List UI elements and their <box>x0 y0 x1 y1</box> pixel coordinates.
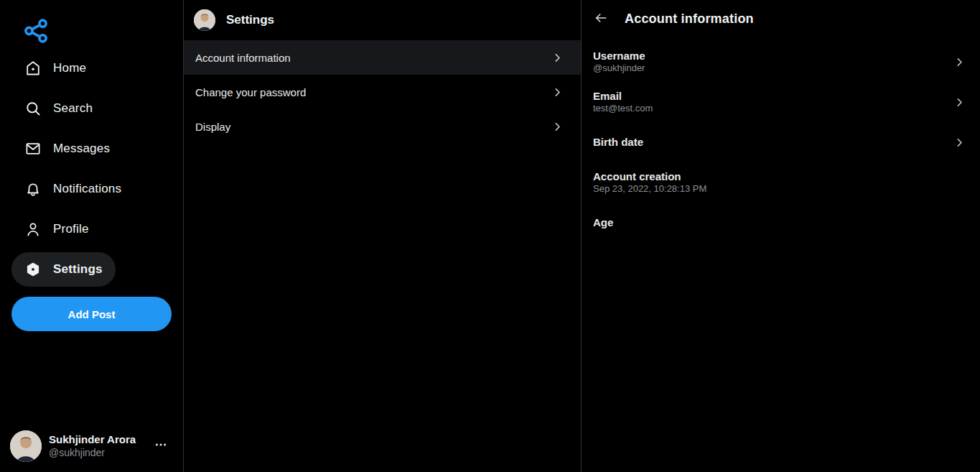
sidebar-item-messages[interactable]: Messages <box>11 131 123 166</box>
back-button[interactable] <box>593 11 609 27</box>
search-icon <box>24 100 42 117</box>
user-handle: @sukhjinder <box>49 447 136 460</box>
sidebar-item-notifications[interactable]: Notifications <box>11 172 134 206</box>
settings-header: Settings <box>184 0 581 40</box>
row-account-creation: Account creation Sep 23, 2022, 10:28:13 … <box>582 162 980 203</box>
row-label: Username <box>593 49 645 63</box>
settings-panel: Settings Account information Change your… <box>184 0 582 472</box>
row-label: Email <box>593 89 653 103</box>
sidebar-item-label: Search <box>53 101 93 116</box>
chevron-right-icon <box>551 121 564 133</box>
chevron-right-icon <box>551 52 564 64</box>
share-icon <box>22 17 183 45</box>
detail-rows: Username @sukhjinder Email test@test.com… <box>582 37 980 243</box>
page-title: Settings <box>226 13 274 27</box>
row-label: Age <box>593 216 613 230</box>
menu-item-display[interactable]: Display <box>184 109 581 144</box>
profile-icon <box>24 221 42 238</box>
menu-item-label: Account information <box>195 52 291 64</box>
detail-header: Account information <box>582 0 980 37</box>
row-label: Birth date <box>593 135 643 149</box>
menu-item-account-information[interactable]: Account information <box>184 40 581 75</box>
ellipsis-icon[interactable] <box>154 438 173 454</box>
sidebar: Home Search Messages <box>0 0 184 472</box>
sidebar-user-text: Sukhjinder Arora @sukhjinder <box>49 433 136 459</box>
sidebar-item-settings[interactable]: Settings <box>11 252 116 287</box>
sidebar-nav: Home Search Messages <box>0 51 183 287</box>
chevron-right-icon <box>953 136 966 149</box>
menu-item-label: Display <box>195 121 230 133</box>
row-birth-date[interactable]: Birth date <box>582 122 980 162</box>
detail-title: Account information <box>625 11 754 27</box>
sidebar-item-label: Home <box>53 61 86 75</box>
sidebar-item-label: Notifications <box>53 182 121 196</box>
arrow-left-icon <box>594 11 608 27</box>
chevron-right-icon <box>953 96 966 108</box>
avatar[interactable] <box>194 9 215 31</box>
sidebar-item-search[interactable]: Search <box>11 91 106 126</box>
row-value: @sukhjinder <box>593 63 645 75</box>
menu-item-change-password[interactable]: Change your password <box>184 75 581 109</box>
menu-item-label: Change your password <box>195 86 306 98</box>
chevron-right-icon <box>551 86 564 98</box>
chevron-right-icon <box>953 56 966 68</box>
messages-icon <box>24 140 42 157</box>
sidebar-item-label: Settings <box>53 262 103 277</box>
row-email[interactable]: Email test@test.com <box>582 82 980 122</box>
settings-menu: Account information Change your password… <box>184 40 581 144</box>
row-username[interactable]: Username @sukhjinder <box>582 42 980 82</box>
row-label: Account creation <box>593 170 706 184</box>
account-information-panel: Account information Username @sukhjinder… <box>582 0 980 472</box>
add-post-button[interactable]: Add Post <box>11 297 172 331</box>
notifications-icon <box>24 180 42 198</box>
sidebar-item-label: Messages <box>53 142 110 156</box>
sidebar-item-profile[interactable]: Profile <box>11 212 102 246</box>
sidebar-item-home[interactable]: Home <box>11 51 99 85</box>
user-name: Sukhjinder Arora <box>49 433 136 447</box>
avatar <box>10 430 42 462</box>
app-logo[interactable] <box>0 0 183 45</box>
row-value: test@test.com <box>593 103 653 115</box>
settings-icon <box>24 261 42 278</box>
row-value: Sep 23, 2022, 10:28:13 PM <box>593 183 706 195</box>
home-icon <box>24 60 42 77</box>
sidebar-user-card[interactable]: Sukhjinder Arora @sukhjinder <box>0 422 183 472</box>
row-age: Age <box>582 203 980 243</box>
sidebar-item-label: Profile <box>53 222 89 236</box>
